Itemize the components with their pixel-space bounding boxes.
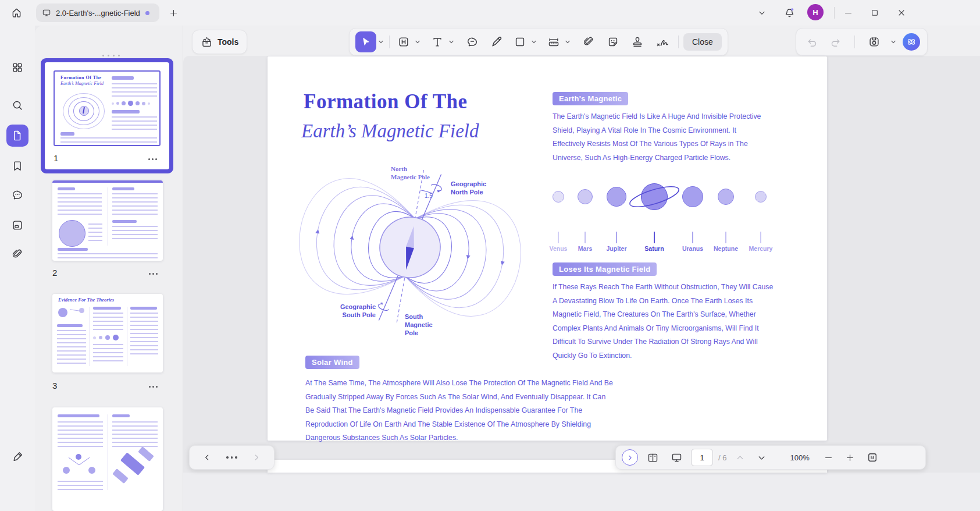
rail-sign-button[interactable] <box>6 445 28 467</box>
collapse-bar-button[interactable] <box>622 449 638 466</box>
expand-icon <box>626 454 634 462</box>
thumbnail-3-number: 3 <box>52 381 57 391</box>
main-toolbar: Close <box>349 28 728 56</box>
planet-label-jupiter: Jupiter <box>598 245 635 252</box>
shape-tool-button[interactable] <box>511 31 529 52</box>
rail-grid-button[interactable] <box>6 56 28 79</box>
heading-tool-button[interactable] <box>394 31 413 52</box>
presentation-button[interactable] <box>667 448 686 467</box>
save-chevron[interactable] <box>890 38 897 45</box>
comment-tool-button[interactable] <box>462 31 483 52</box>
cursor-tool-chevron[interactable] <box>377 38 384 45</box>
heading-tool-chevron[interactable] <box>414 38 421 45</box>
rail-document-button[interactable] <box>6 214 28 236</box>
rail-search-button[interactable] <box>6 94 28 116</box>
section-badge-2: Loses Its Magnetic Field <box>553 262 657 276</box>
zoom-out-icon <box>824 453 833 463</box>
thumbnail-2-preview[interactable] <box>52 180 163 261</box>
avatar[interactable]: H <box>807 4 824 20</box>
label-axis-angle: 1.5 <box>425 192 433 200</box>
nav-more-button[interactable] <box>226 456 237 459</box>
save-button[interactable] <box>865 31 883 52</box>
magnetic-field-diagram <box>279 158 541 339</box>
planet-neptune <box>718 189 734 205</box>
book-view-button[interactable] <box>643 448 662 467</box>
tab-title: 2.0-Earth's-...gnetic-Field <box>56 9 140 17</box>
new-tab-button[interactable] <box>165 4 182 22</box>
planet-label-saturn: Saturn <box>636 245 673 252</box>
divider <box>678 36 679 48</box>
signature-tool-button[interactable] <box>651 31 673 52</box>
thumbnail-1-menu[interactable] <box>148 158 157 160</box>
attach-tool-button[interactable] <box>578 31 599 52</box>
thumbnails-panel: Thumbnails Formation Of The Earth’s Magn… <box>35 26 183 511</box>
rail-bookmark-button[interactable] <box>6 155 28 177</box>
ai-assistant-button[interactable] <box>903 33 920 51</box>
pdf-page-1[interactable]: Formation Of The Earth’s Magnetic Field <box>268 56 827 441</box>
view-control-bar: / 6 100% <box>615 445 926 470</box>
notifications-button[interactable] <box>781 4 798 22</box>
mini-title-1: Formation Of The <box>60 75 102 80</box>
sticker-tool-button[interactable] <box>603 31 623 52</box>
thumbnail-1-selected[interactable]: Formation Of The Earth’s Magnetic Field <box>41 58 173 173</box>
rail-attachment-button[interactable] <box>6 243 28 265</box>
planet-label-mercury: Mercury <box>742 245 779 252</box>
shape-tool-chevron[interactable] <box>530 38 537 45</box>
text-tool-chevron[interactable] <box>448 38 455 45</box>
document-tab[interactable]: 2.0-Earth's-...gnetic-Field <box>36 3 159 22</box>
redo-icon <box>829 36 842 48</box>
page-title-line2: Earth’s Magnetic Field <box>301 120 479 142</box>
zoom-out-button[interactable] <box>821 449 837 466</box>
actual-size-icon <box>867 452 878 463</box>
rail-comment-button[interactable] <box>6 184 28 206</box>
page-number-input[interactable] <box>691 449 713 466</box>
search-icon <box>11 99 24 112</box>
attachment-icon <box>11 248 24 261</box>
viewport-bottom-strip <box>183 473 980 511</box>
thumbnail-2-menu[interactable] <box>149 273 158 275</box>
planet-jupiter <box>607 187 626 207</box>
stamp-tool-button[interactable] <box>627 31 648 52</box>
monitor-icon <box>42 8 51 17</box>
page-up-button[interactable] <box>732 449 748 466</box>
right-toolbar <box>796 28 928 56</box>
zoom-in-button[interactable] <box>842 449 858 466</box>
heading-icon <box>397 36 410 48</box>
redo-button[interactable] <box>826 31 844 52</box>
section-badge-1: Earth's Magnetic <box>553 92 628 105</box>
cursor-tool-button[interactable] <box>355 31 376 52</box>
sign-icon <box>11 450 24 463</box>
page-nav-bar <box>189 445 275 470</box>
close-button[interactable]: Close <box>683 33 722 51</box>
thumbnail-3-preview[interactable]: Evidence For The Theories <box>52 294 163 372</box>
page-title-line1: Formation Of The <box>304 90 468 113</box>
next-page-button[interactable] <box>248 449 265 466</box>
panel-drag-handle[interactable] <box>102 55 120 56</box>
comment-icon <box>11 189 24 201</box>
section-text-3: At The Same Time, The Atmosphere Will Al… <box>305 377 616 445</box>
actual-size-button[interactable] <box>864 449 881 466</box>
home-button[interactable] <box>6 2 27 23</box>
thumbnail-3-menu[interactable] <box>149 386 158 388</box>
text-tool-button[interactable] <box>428 31 447 52</box>
measure-tool-button[interactable] <box>544 31 563 52</box>
measure-tool-chevron[interactable] <box>564 38 571 45</box>
section-text-1: The Earth's Magnetic Field Is Like A Hug… <box>553 110 769 165</box>
thumbnail-4-preview[interactable] <box>52 407 163 511</box>
zoom-level-button[interactable]: 100% <box>784 451 815 464</box>
page-down-button[interactable] <box>753 449 769 466</box>
section-badge-3: Solar Wind <box>305 356 359 369</box>
maximize-button[interactable] <box>867 5 883 21</box>
pen-tool-button[interactable] <box>486 31 507 52</box>
titlebar-chevron-button[interactable] <box>754 5 770 21</box>
new-tab-icon <box>169 8 179 18</box>
label-geographic-north-pole: Geographic North Pole <box>451 180 486 196</box>
chevron-down-icon <box>757 8 767 17</box>
planet-venus <box>553 191 564 203</box>
close-window-button[interactable] <box>893 5 910 21</box>
rail-thumbnails-button[interactable] <box>6 125 28 147</box>
tools-button[interactable]: Tools <box>192 30 247 54</box>
prev-page-button[interactable] <box>199 449 215 466</box>
minimize-button[interactable] <box>840 5 856 21</box>
undo-button[interactable] <box>803 31 821 52</box>
